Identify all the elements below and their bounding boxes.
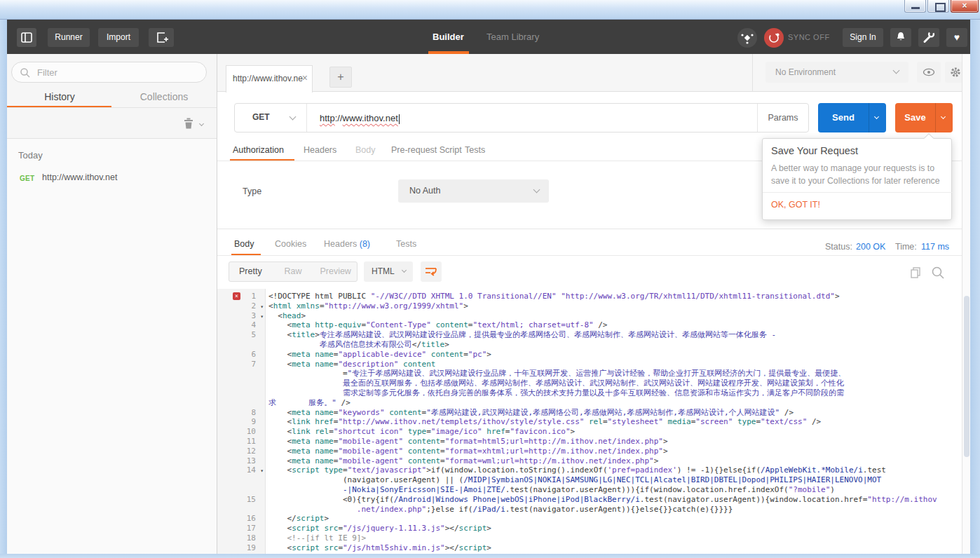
tab-authorization[interactable]: Authorization [233,145,284,155]
new-window-button[interactable] [149,28,174,47]
code-line: .net/index.php";}else if(/iPad/i.test(na… [217,505,962,515]
window-frame-bottom [0,554,980,558]
popup-ok-got-it-link[interactable]: OK, GOT IT! [771,200,820,210]
url-separator: :// [335,113,343,123]
new-request-tab-button[interactable]: + [329,67,352,88]
window-minimize-button[interactable] [904,0,926,13]
response-pane-divider [217,229,962,229]
window-close-button[interactable]: × [951,0,979,13]
scrollbar[interactable] [962,54,970,554]
scrollbar-thumb[interactable] [964,296,969,457]
time-value: 117 ms [921,242,949,252]
send-button[interactable]: Send [818,103,886,132]
auth-type-dropdown[interactable]: No Auth [398,179,549,203]
gutter: 6 [217,350,265,360]
code-line: ×1<!DOCTYPE html PUBLIC "-//W3C//DTD XHT… [217,292,962,301]
trash-icon [181,116,196,131]
response-tab-tests[interactable]: Tests [396,239,416,249]
method-dropdown[interactable]: GET [235,104,307,132]
gutter: 7 [217,360,265,369]
window-maximize-button[interactable] [927,0,949,13]
code-line: 14▾ <script type="text/javascript">if(wi… [217,465,962,475]
history-item-method: GET [20,175,34,182]
auth-type-label: Type [243,186,261,196]
code-text: <!DOCTYPE html PUBLIC "-//W3C//DTD XHTML… [265,292,840,301]
response-tab-cookies[interactable]: Cookies [275,239,306,249]
sync-status-button[interactable] [764,28,784,48]
gutter [217,398,265,408]
tab-pre-request-script[interactable]: Pre-request Script [391,145,462,155]
format-dropdown[interactable]: HTML [364,261,413,282]
response-view-switcher: Pretty Raw Preview [229,261,358,282]
code-line: ="专注于孝感网站建设、武汉网站建设行业品牌，十年互联网开发、运营推广与设计经验… [217,369,962,379]
gutter: 10 [217,427,265,437]
tab-tests[interactable]: Tests [465,145,485,155]
code-text: <script src="/js/jquery-1.11.3.js"></scr… [265,524,491,533]
window-titlebar[interactable]: × [0,0,980,20]
code-text: <link href="http://www.ithov.net/templet… [265,417,821,427]
sidebar-tab-history[interactable]: History [7,91,112,102]
import-button[interactable]: Import [98,28,139,47]
line-number: 2 [251,301,256,311]
sync-status-label: SYNC OFF [788,33,830,41]
notifications-button[interactable] [890,28,911,47]
clear-history-button[interactable] [181,116,196,131]
gutter [217,485,265,495]
sidebar-toggle-icon [17,28,36,47]
gutter: 15 [217,495,265,505]
line-number: 18 [247,533,256,543]
sidebar-toggle-button[interactable] [17,28,36,47]
tab-headers[interactable]: Headers [304,145,336,155]
code-text: <0){try{if(/Android|Windows Phone|webOS|… [265,495,937,505]
sign-in-button[interactable]: Sign In [843,28,883,47]
tab-body[interactable]: Body [355,145,376,155]
view-raw-button[interactable]: Raw [272,262,315,281]
response-headers-label: Headers [324,239,357,249]
popup-body-text: A better way to manage your requests is … [771,162,945,187]
line-number: 8 [251,408,256,418]
params-button[interactable]: Params [757,104,808,132]
gutter: 2▾ [217,301,265,311]
settings-wrench-button[interactable] [918,28,939,47]
tab-team-library[interactable]: Team Library [486,32,539,42]
response-code-editor[interactable]: ×1<!DOCTYPE html PUBLIC "-//W3C//DTD XHT… [217,289,962,554]
gutter: 13 [217,456,265,466]
heart-icon: ♥ [954,32,960,43]
environment-selector[interactable]: No Environment [765,62,908,83]
filter-search-box[interactable] [11,62,207,83]
sidebar-tab-collections[interactable]: Collections [111,91,217,102]
code-fold-icon[interactable]: ▾ [260,302,264,312]
wrap-lines-button[interactable] [421,261,442,282]
code-text: (navigator.userAgent) || (/MIDP|SymbianO… [265,475,881,485]
send-options-button[interactable] [869,103,886,132]
code-fold-icon[interactable]: ▾ [260,466,264,476]
save-options-button[interactable] [935,103,953,132]
send-label: Send [818,112,869,123]
line-number: 17 [247,524,256,533]
favorites-button[interactable]: ♥ [946,28,967,47]
line-number: 10 [247,427,256,437]
view-pretty-button[interactable]: Pretty [229,262,272,281]
postman-window: × Runner Import Builder Team Library [0,0,980,558]
code-fold-icon[interactable]: ▾ [260,312,264,322]
environment-quicklook-button[interactable] [917,62,941,83]
status-value: 200 OK [856,242,885,252]
close-tab-icon[interactable]: × [302,72,308,83]
response-tab-body[interactable]: Body [234,239,254,249]
response-tab-headers[interactable]: Headers (8) [324,239,370,249]
filter-input[interactable] [37,63,198,81]
copy-response-button[interactable] [909,266,922,279]
search-response-button[interactable] [931,266,945,280]
runner-button[interactable]: Runner [48,28,90,47]
request-tab[interactable]: http://www.ithov.ne × [226,65,313,93]
history-item[interactable]: GET http://www.ithov.net [7,168,217,189]
bell-icon [890,28,911,47]
popup-divider [763,192,953,193]
save-button[interactable]: Save [895,103,953,132]
chevron-down-icon [290,114,297,121]
url-input[interactable]: http://www.ithov.net [320,113,400,124]
tab-builder[interactable]: Builder [433,32,464,42]
interceptor-button[interactable] [737,28,757,48]
interceptor-icon [737,28,757,48]
view-preview-button[interactable]: Preview [314,262,357,281]
